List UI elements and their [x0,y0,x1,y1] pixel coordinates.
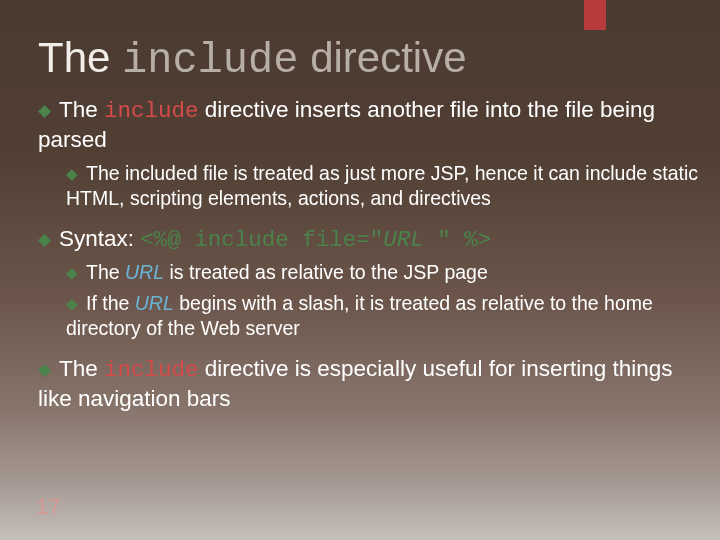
b3-text-1: The [59,356,104,381]
bullet-3: ◆The include directive is especially use… [38,355,700,414]
slide-title: The include directive [38,34,467,85]
title-text-1: The [38,34,122,81]
bullet-1: ◆The include directive inserts another f… [38,96,700,155]
diamond-icon: ◆ [38,100,51,122]
slide-body: ◆The include directive inserts another f… [38,96,700,420]
title-keyword: include [122,37,298,85]
bullet-2b: ◆If the URL begins with a slash, it is t… [66,291,700,341]
b3-keyword: include [104,357,199,383]
accent-ribbon [584,0,606,30]
title-text-2: directive [298,34,466,81]
diamond-icon: ◆ [66,264,78,283]
b1-keyword: include [104,98,199,124]
b2-code-1: <%@ include file=" [140,227,383,253]
diamond-icon: ◆ [38,229,51,251]
b2b-text-1: If the [86,292,135,314]
diamond-icon: ◆ [38,359,51,381]
bullet-2: ◆Syntax: <%@ include file="URL " %> [38,225,700,255]
b2-text-1: Syntax: [59,226,140,251]
b1a-text: The included file is treated as just mor… [66,162,698,209]
b2a-url: URL [125,261,164,283]
bullet-1a: ◆The included file is treated as just mo… [66,161,700,211]
b2b-url: URL [135,292,174,314]
b2a-text-2: is treated as relative to the JSP page [164,261,488,283]
b1-text-1: The [59,97,104,122]
diamond-icon: ◆ [66,165,78,184]
b2-code-2: " %> [424,227,492,253]
b2a-text-1: The [86,261,125,283]
page-number: 17 [36,494,60,520]
diamond-icon: ◆ [66,295,78,314]
bullet-2a: ◆The URL is treated as relative to the J… [66,260,700,285]
slide: The include directive ◆The include direc… [0,0,720,540]
b2-url: URL [383,227,424,253]
